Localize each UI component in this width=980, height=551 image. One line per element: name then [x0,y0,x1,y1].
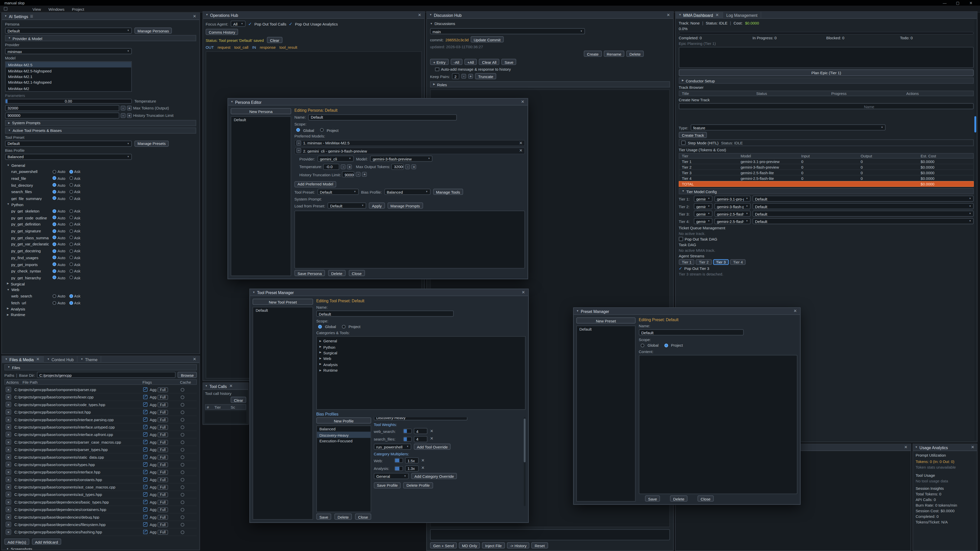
collapse-icon[interactable] [429,14,432,16]
scrollbar-thumb[interactable] [524,419,525,462]
entry-action-button[interactable]: +All [464,59,477,65]
agg-checkbox[interactable]: ✓ [143,387,147,392]
cache-indicator[interactable] [181,485,185,489]
ask-radio[interactable] [69,249,73,253]
tool-group-header[interactable]: Analysis [5,306,196,312]
remove-file-icon[interactable]: ✕ [6,409,11,415]
category-tree-item[interactable]: Analysis [317,362,525,367]
remove-file-icon[interactable]: ✕ [6,529,11,535]
decrement-button[interactable]: - [461,74,466,79]
update-commit-button[interactable]: Update Commit [471,37,504,43]
agg-checkbox[interactable]: ✓ [143,403,147,407]
dialog-action-button[interactable]: Save [645,495,660,502]
discussion-action-button[interactable]: Delete [626,51,644,57]
tool-preset-manager-titlebar[interactable]: Tool Preset Manager ✕ [250,289,528,296]
category-override-select[interactable]: General▼ [374,473,409,479]
delete-profile-button[interactable]: Delete Profile [404,482,433,488]
ask-radio[interactable] [69,170,73,173]
ask-radio[interactable] [69,276,73,279]
dialog-action-button[interactable]: Close [697,495,714,502]
bias-profile-select[interactable]: Balanced▼ [384,189,430,195]
manage-personas-button[interactable]: Manage Personas [135,27,172,34]
tab-close-icon[interactable]: ✕ [715,13,719,17]
menu-icon[interactable]: ☰ [30,14,33,18]
full-toggle[interactable]: Full [158,499,168,505]
cache-indicator[interactable] [181,410,185,414]
tier-provider-select[interactable]: gemini▼ [694,218,712,224]
model-reorder-button[interactable]: − [296,148,301,153]
scope-option[interactable]: Global [641,343,659,347]
ask-radio[interactable] [69,190,73,194]
auto-radio[interactable] [52,216,56,219]
tool-group-header[interactable]: Surgical [5,281,196,287]
dialog-action-button[interactable]: Delete [328,270,345,276]
load-preset-select[interactable]: Default▼ [328,202,366,208]
tool-group-header[interactable]: Web [5,287,196,292]
increment-button[interactable]: + [127,113,132,118]
menu-item[interactable]: Project [72,6,84,11]
base-dir-input[interactable]: C:/projects/gencpp [37,372,176,378]
track-name-input[interactable]: Name [679,103,974,109]
temperature-slider[interactable]: 0.00 [5,99,132,104]
category-caret-icon[interactable] [319,363,321,365]
agg-checkbox[interactable]: ✓ [143,515,147,519]
clear-history-button[interactable]: Clear [231,397,246,403]
ask-radio[interactable] [69,176,73,180]
provider-model-section[interactable]: Provider & Model [5,35,196,41]
profile-name-input[interactable]: Discovery-Heavy [374,417,467,421]
cache-indicator[interactable] [181,462,185,466]
tool-override-select[interactable]: run_powershell▼ [374,444,411,450]
remove-multiplier-icon[interactable]: ✕ [421,466,425,470]
scope-radio[interactable] [320,128,324,132]
close-icon[interactable]: ✕ [229,384,233,388]
entry-action-button[interactable]: Save [501,59,517,65]
scope-radio[interactable] [641,343,644,347]
agg-checkbox[interactable]: ✓ [143,395,147,399]
cache-indicator[interactable] [181,448,185,451]
new-preset-button[interactable]: New Preset [576,318,636,324]
tool-calls-list[interactable] [205,411,246,423]
full-toggle[interactable]: Full [158,507,168,512]
remove-file-icon[interactable]: ✕ [6,424,11,430]
comms-history-button[interactable]: Comms History [206,29,239,35]
minimize-icon[interactable]: — [940,1,950,5]
bias-profile-list-item[interactable]: Discovery-Heavy [317,432,371,438]
increment-button[interactable]: + [362,171,367,177]
scope-radio[interactable] [296,128,300,132]
model-reorder-button[interactable]: − [296,140,301,145]
tier-preset-select[interactable]: Default▼ [752,218,974,224]
agg-checkbox[interactable]: ✓ [143,410,147,414]
stream-tab[interactable]: Tier 3 [713,259,729,265]
cache-indicator[interactable] [181,433,185,437]
tier-preset-select[interactable]: Default▼ [752,203,974,209]
auto-radio[interactable] [52,256,56,259]
temperature-input[interactable]: -0.0 [323,163,340,169]
decrement-button[interactable]: - [121,106,126,111]
remove-file-icon[interactable]: ✕ [6,514,11,520]
bias-profile-list-item[interactable]: Execution-Focused [317,438,371,444]
increment-button[interactable]: + [468,74,473,79]
full-toggle[interactable]: Full [158,395,168,400]
weight-value-input[interactable]: 4 [414,436,428,442]
roles-section[interactable]: Roles [430,81,670,87]
send-action-button[interactable]: Gen + Send [430,542,457,548]
ask-radio[interactable] [69,209,73,213]
legend-chip[interactable]: OUT [206,45,214,49]
system-prompt-textarea[interactable] [294,210,525,268]
cache-indicator[interactable] [181,455,185,459]
remove-file-icon[interactable]: ✕ [6,387,11,392]
full-toggle[interactable]: Full [158,477,168,482]
scope-radio[interactable] [664,343,668,347]
agg-checkbox[interactable]: ✓ [143,485,147,489]
agg-checkbox[interactable]: ✓ [143,448,147,451]
entry-action-button[interactable]: -All [450,59,462,65]
remove-file-icon[interactable]: ✕ [6,454,11,460]
full-toggle[interactable]: Full [158,424,168,430]
new-profile-button[interactable]: New Profile [316,417,371,424]
files-section[interactable]: Files [4,364,197,370]
create-track-button[interactable]: Create Track [679,132,707,138]
close-icon[interactable]: ✕ [970,445,975,449]
scrollbar-thumb[interactable] [974,116,976,133]
category-tree-item[interactable]: Surgical [317,350,525,356]
preset-list-item[interactable]: Default [577,326,635,332]
